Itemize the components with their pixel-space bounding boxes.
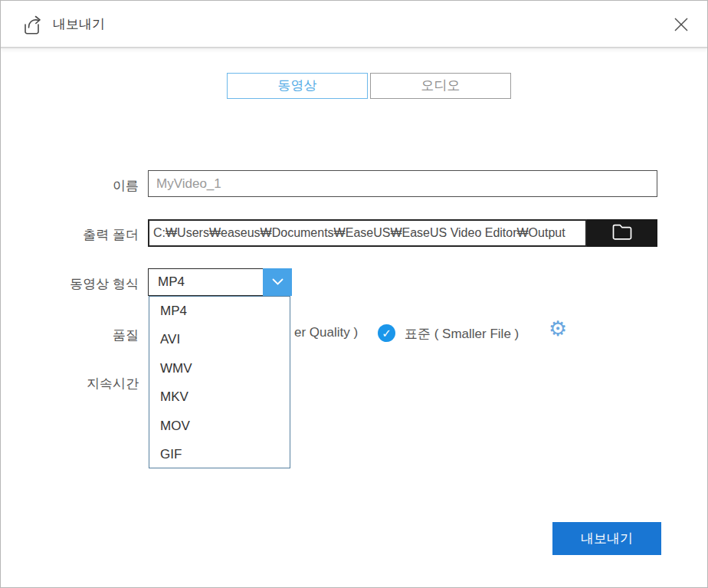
dropdown-option-wmv[interactable]: WMV — [149, 354, 290, 383]
format-select[interactable]: MP4 — [148, 268, 292, 296]
dropdown-option-avi[interactable]: AVI — [149, 325, 290, 353]
dropdown-option-mkv[interactable]: MKV — [149, 383, 290, 411]
format-dropdown-list: MP4AVIWMVMKVMOVGIF — [149, 296, 290, 468]
export-icon — [22, 13, 44, 39]
close-icon[interactable] — [670, 14, 692, 35]
name-label: 이름 — [8, 177, 139, 195]
tab-audio[interactable]: 오디오 — [370, 73, 511, 99]
dropdown-option-mov[interactable]: MOV — [149, 412, 290, 440]
title-bar: 내보내기 — [1, 1, 707, 48]
name-input[interactable] — [148, 170, 657, 197]
media-type-tabs: 동영상 오디오 — [227, 73, 511, 99]
output-folder-label: 출력 폴더 — [8, 226, 139, 244]
quality-label: 품질 — [8, 327, 139, 344]
gear-icon[interactable]: ⚙ — [549, 319, 567, 340]
radio-checked-icon[interactable]: ✓ — [378, 324, 395, 342]
dialog-title: 내보내기 — [53, 1, 105, 48]
tab-video[interactable]: 동영상 — [227, 73, 368, 99]
browse-folder-button[interactable] — [587, 219, 657, 247]
format-label: 동영상 형식 — [8, 275, 139, 293]
chevron-down-icon[interactable] — [263, 268, 292, 296]
export-dialog: 내보내기 동영상 오디오 이름 출력 폴더 C:₩Users₩easeus₩Do… — [0, 0, 708, 588]
quality-high-option-partial[interactable]: er Quality ) — [294, 325, 358, 340]
folder-icon — [611, 222, 633, 244]
dropdown-option-gif[interactable]: GIF — [149, 440, 290, 468]
export-button[interactable]: 내보내기 — [552, 522, 661, 555]
dropdown-option-mp4[interactable]: MP4 — [149, 297, 290, 325]
output-folder-path: C:₩Users₩easeus₩Documents₩EaseUS₩EaseUS … — [148, 219, 587, 247]
duration-label: 지속시간 — [8, 375, 139, 393]
quality-standard-option[interactable]: 표준 ( Smaller File ) — [405, 325, 519, 343]
